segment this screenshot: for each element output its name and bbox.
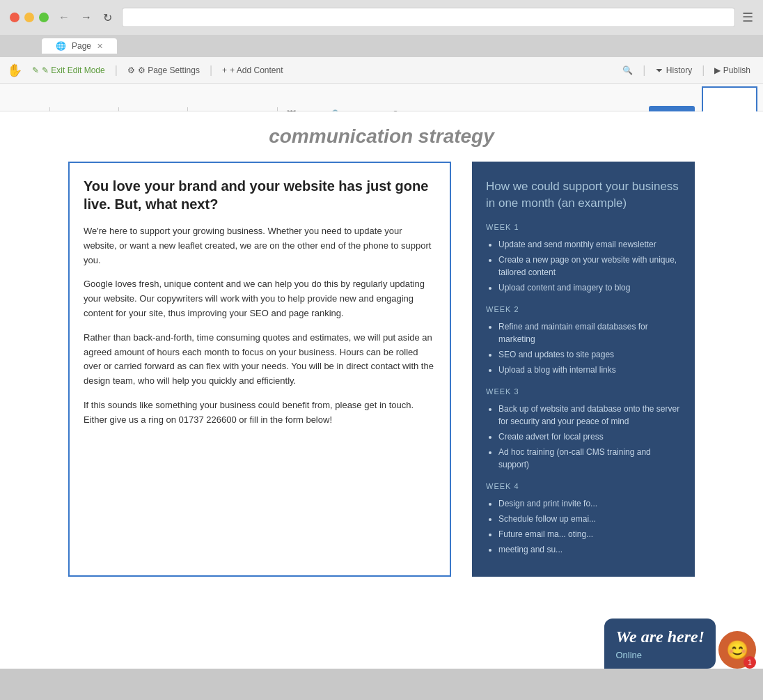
close-button[interactable] [10, 13, 19, 22]
list-item: meeting and su... [498, 543, 681, 556]
page-title: communication strategy [269, 111, 494, 155]
tab-bar: 🌐 Page ✕ [0, 35, 763, 57]
cms-logo-icon: ✋ [7, 63, 22, 78]
content-columns: You love your brand and your website has… [68, 155, 695, 577]
rte-toolbar: ↩ ↪ <> ¶ ✏ B I S ≡ ≣ ⇤ ⇥ 🖼 ⊞ 🔗 ≡ — © Can… [0, 84, 763, 111]
traffic-lights [10, 13, 49, 22]
right-column: How we could support your business in on… [472, 162, 695, 577]
tab-label: Page [72, 41, 91, 51]
chat-avatar-container[interactable]: 😊 1 [718, 631, 756, 669]
week-2-label: WEEK 2 [486, 305, 681, 313]
chat-we-are-here-text: We are here! [615, 627, 705, 647]
list-item: Update and send monthly email newsletter [498, 238, 681, 251]
search-button[interactable]: 🔍 [617, 63, 638, 78]
page-content: communication strategy You love your bra… [0, 111, 763, 669]
maximize-button[interactable] [39, 13, 49, 22]
left-paragraph-4: If this sounds like something your busin… [84, 398, 436, 428]
active-tab[interactable]: 🌐 Page ✕ [42, 38, 117, 54]
cms-toolbar: ✋ ✎ ✎ Exit Edit Mode | ⚙ ⚙ Page Settings… [0, 57, 763, 84]
week-1-label: WEEK 1 [486, 223, 681, 231]
tab-favicon: 🌐 [56, 41, 66, 51]
title-bar: ← → ↻ ☰ [0, 0, 763, 35]
forward-button[interactable]: → [78, 10, 95, 25]
menu-icon[interactable]: ☰ [742, 10, 753, 25]
list-item: Future email ma... oting... [498, 528, 681, 540]
left-heading: You love your brand and your website has… [84, 177, 436, 213]
page-settings-button[interactable]: ⚙ ⚙ Page Settings [122, 63, 205, 78]
toolbar-divider-3: | [643, 64, 645, 77]
list-item: Create a new page on your website with u… [498, 254, 681, 279]
week-4-label: WEEK 4 [486, 482, 681, 490]
week-3-label: WEEK 3 [486, 387, 681, 396]
exit-edit-mode-button[interactable]: ✎ ✎ Exit Edit Mode [26, 63, 111, 78]
week-2-list: Refine and maintain email databases for … [486, 320, 681, 376]
right-heading: How we could support your business in on… [486, 178, 681, 212]
edit-icon: ✎ [32, 65, 39, 75]
week-4-list: Design and print invite fo... Schedule f… [486, 497, 681, 556]
address-bar[interactable] [122, 8, 735, 27]
list-item: Refine and maintain email databases for … [498, 320, 681, 345]
list-item: Ad hoc training (on-call CMS training an… [498, 446, 681, 471]
list-item: SEO and updates to site pages [498, 348, 681, 361]
add-icon: + [222, 65, 227, 75]
toolbar-divider-2: | [210, 64, 212, 77]
chat-widget[interactable]: We are here! Online 😊 1 [604, 619, 756, 669]
list-item: Create advert for local press [498, 430, 681, 443]
left-column: You love your brand and your website has… [68, 162, 451, 577]
tab-close-button[interactable]: ✕ [97, 42, 103, 51]
week-1-list: Update and send monthly email newsletter… [486, 238, 681, 294]
refresh-button[interactable]: ↻ [100, 10, 115, 26]
list-item: Design and print invite fo... [498, 497, 681, 510]
left-paragraph-1: We're here to support your growing busin… [84, 224, 436, 267]
toolbar-divider-4: | [702, 64, 705, 77]
week-3-list: Back up of website and database onto the… [486, 403, 681, 471]
toolbar-divider: | [115, 64, 118, 77]
list-item: Upload a blog with internal links [498, 364, 681, 376]
minimize-button[interactable] [24, 13, 34, 22]
list-item: Schedule follow up emai... [498, 513, 681, 525]
list-item: Upload content and imagery to blog [498, 281, 681, 294]
left-paragraph-2: Google loves fresh, unique content and w… [84, 277, 436, 320]
notification-badge: 1 [744, 656, 756, 669]
chat-online-status: Online [615, 650, 705, 660]
left-paragraph-3: Rather than back-and-forth, time consumi… [84, 331, 436, 389]
back-button[interactable]: ← [56, 10, 72, 25]
browser-window: ← → ↻ ☰ 🌐 Page ✕ ✋ ✎ ✎ Exit Edit Mode | … [0, 0, 763, 669]
add-content-button[interactable]: + + Add Content [217, 63, 288, 78]
list-item: Back up of website and database onto the… [498, 403, 681, 428]
settings-icon: ⚙ [127, 65, 135, 75]
history-button[interactable]: ⏷ History [650, 63, 698, 78]
publish-button[interactable]: ▶ Publish [709, 63, 756, 78]
browser-navigation: ← → ↻ [56, 10, 115, 26]
chat-bubble: We are here! Online [604, 619, 716, 669]
